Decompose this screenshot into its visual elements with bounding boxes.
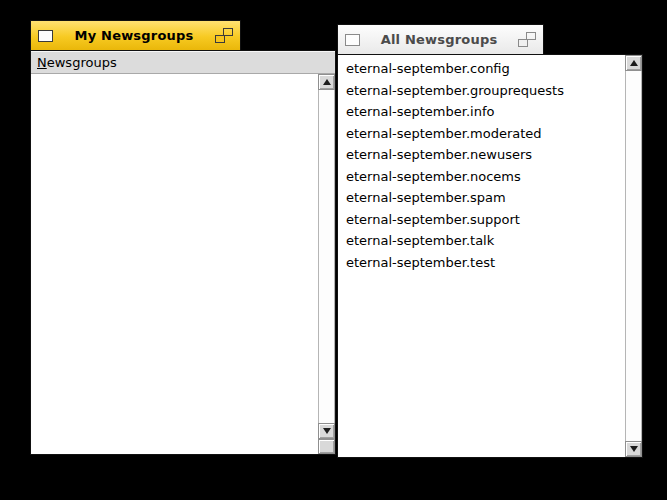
- titlebar-all-newsgroups[interactable]: All Newsgroups: [337, 24, 544, 55]
- scrollbar-trough[interactable]: [625, 71, 642, 441]
- scroll-down-button[interactable]: [318, 423, 335, 439]
- list-item[interactable]: eternal-september.talk: [338, 230, 625, 252]
- resize-icon[interactable]: [518, 32, 536, 47]
- list-item[interactable]: eternal-september.spam: [338, 187, 625, 209]
- titlebar-my-newsgroups[interactable]: My Newsgroups: [30, 20, 241, 51]
- window-body-my-newsgroups: Newsgroups: [30, 50, 336, 455]
- scroll-up-button[interactable]: [318, 74, 335, 90]
- list-item[interactable]: eternal-september.test: [338, 252, 625, 274]
- menubar: Newsgroups: [31, 51, 335, 74]
- scroll-down-icon: [323, 428, 331, 434]
- scroll-down-icon: [630, 446, 638, 452]
- my-newsgroups-list[interactable]: [31, 74, 318, 454]
- scroll-down-button[interactable]: [625, 441, 642, 457]
- vertical-scrollbar: [318, 74, 335, 439]
- window-title: All Newsgroups: [366, 32, 512, 47]
- list-item[interactable]: eternal-september.newusers: [338, 144, 625, 166]
- vertical-scrollbar: [625, 55, 642, 457]
- list-item[interactable]: eternal-september.moderated: [338, 123, 625, 145]
- list-item[interactable]: eternal-september.nocems: [338, 166, 625, 188]
- iconify-icon[interactable]: [38, 30, 53, 42]
- list-item[interactable]: eternal-september.config: [338, 58, 625, 80]
- all-newsgroups-list[interactable]: eternal-september.configeternal-septembe…: [338, 55, 625, 457]
- window-title: My Newsgroups: [59, 28, 209, 43]
- window-body-all-newsgroups: eternal-september.configeternal-septembe…: [337, 54, 643, 458]
- scroll-up-icon: [630, 60, 638, 66]
- scrollbar-trough[interactable]: [318, 90, 335, 423]
- resize-icon[interactable]: [215, 28, 233, 43]
- scroll-up-button[interactable]: [625, 55, 642, 71]
- menu-accel: N: [37, 55, 47, 70]
- resize-grip-button[interactable]: [318, 439, 335, 454]
- menu-newsgroups[interactable]: Newsgroups: [31, 51, 123, 74]
- desktop: My Newsgroups Newsgroups: [0, 0, 667, 500]
- resize-icon-front: [215, 35, 225, 43]
- iconify-icon[interactable]: [345, 34, 360, 46]
- list-item[interactable]: eternal-september.info: [338, 101, 625, 123]
- list-item[interactable]: eternal-september.grouprequests: [338, 80, 625, 102]
- menu-label-rest: ewsgroups: [47, 55, 117, 70]
- list-item[interactable]: eternal-september.support: [338, 209, 625, 231]
- resize-icon-front: [518, 39, 528, 47]
- scroll-up-icon: [323, 79, 331, 85]
